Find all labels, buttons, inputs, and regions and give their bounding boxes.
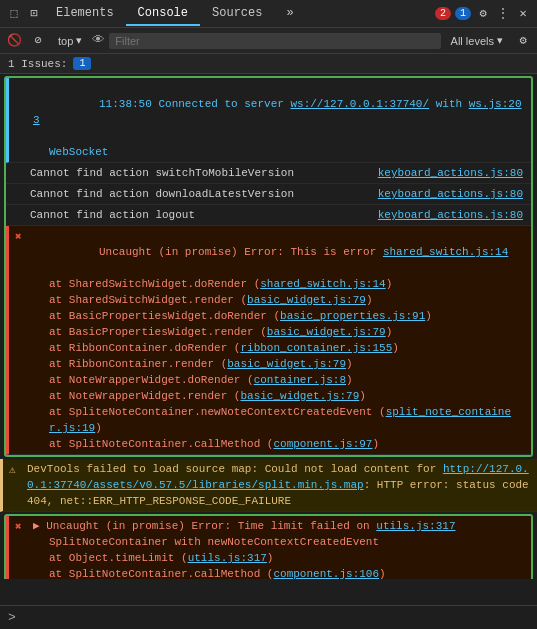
- console-settings-icon[interactable]: ⚙: [515, 33, 531, 49]
- stack1-link9[interactable]: split_note_container.js:19: [49, 406, 511, 434]
- highlighted-group: 11:38:50 Connected to server ws://127.0.…: [4, 76, 533, 457]
- error1-main-link[interactable]: shared_switch.js:14: [383, 246, 508, 258]
- tab-more[interactable]: »: [274, 2, 305, 26]
- warn-icon: ⚠: [9, 462, 16, 478]
- stack1-link8[interactable]: basic_widget.js:79: [240, 390, 359, 402]
- info-badge: 1: [455, 7, 471, 20]
- second-toolbar: 🚫 ⊘ top ▾ 👁 All levels ▾ ⚙: [0, 28, 537, 54]
- device-icon[interactable]: ⊡: [26, 6, 42, 22]
- chevron-down-icon: ▾: [76, 34, 82, 47]
- level-dropdown[interactable]: top ▾: [52, 32, 88, 49]
- clear-console-icon[interactable]: 🚫: [6, 33, 22, 49]
- tab-console[interactable]: Console: [126, 2, 200, 26]
- stack1-link5[interactable]: ribbon_container.js:155: [240, 342, 392, 354]
- console-entry-action1: Cannot find action switchToMobileVersion…: [6, 163, 531, 184]
- issues-tab[interactable]: 1: [73, 57, 91, 70]
- stack1-link10[interactable]: component.js:97: [273, 438, 372, 450]
- error-icon-1: ✖: [15, 229, 22, 245]
- filter-input[interactable]: [109, 33, 440, 49]
- chevron-down-icon-levels: ▾: [497, 34, 503, 47]
- inspect-icon[interactable]: ⬚: [6, 6, 22, 22]
- stack2-link1[interactable]: utils.js:317: [188, 552, 267, 564]
- console-prompt: >: [8, 610, 16, 625]
- stack1-link7[interactable]: container.js:8: [254, 374, 346, 386]
- close-icon[interactable]: ✕: [515, 6, 531, 22]
- error-badge: 2: [435, 7, 451, 20]
- devtools-container: ⬚ ⊡ Elements Console Sources » 2 1 ⚙ ⋮ ✕…: [0, 0, 537, 629]
- stack1-link2[interactable]: basic_widget.js:79: [247, 294, 366, 306]
- action3-link[interactable]: keyboard_actions.js:80: [378, 207, 523, 223]
- more-options-icon[interactable]: ⋮: [495, 6, 511, 22]
- info-text: 11:38:50 Connected to server ws://127.0.…: [33, 80, 523, 144]
- websocket-label: WebSocket: [33, 144, 523, 160]
- stack1-link6[interactable]: basic_widget.js:79: [227, 358, 346, 370]
- action3-text: Cannot find action logout: [30, 209, 195, 221]
- warning-link[interactable]: http://127.0.0.1:37740/assets/v0.57.5/li…: [27, 463, 529, 491]
- pause-icon[interactable]: ⊘: [30, 33, 46, 49]
- error-icon-2: ✖: [15, 519, 22, 535]
- console-entry-error2: ✖ ▶ Uncaught (in promise) Error: Time li…: [6, 516, 531, 579]
- error2-main-link[interactable]: utils.js:317: [376, 520, 455, 532]
- tab-elements[interactable]: Elements: [44, 2, 126, 26]
- console-content: 11:38:50 Connected to server ws://127.0.…: [0, 74, 537, 579]
- stack1-link4[interactable]: basic_widget.js:79: [267, 326, 386, 338]
- console-input-bar: >: [0, 605, 537, 629]
- levels-dropdown[interactable]: All levels ▾: [445, 32, 509, 49]
- stack1-link1[interactable]: shared_switch.js:14: [260, 278, 385, 290]
- tab-sources[interactable]: Sources: [200, 2, 274, 26]
- eye-icon[interactable]: 👁: [92, 33, 105, 48]
- server-link[interactable]: ws://127.0.0.1:37740/: [290, 98, 429, 110]
- console-entry-action3: Cannot find action logout keyboard_actio…: [6, 205, 531, 226]
- action1-link[interactable]: keyboard_actions.js:80: [378, 165, 523, 181]
- console-input[interactable]: [22, 611, 529, 624]
- action1-text: Cannot find action switchToMobileVersion: [30, 167, 294, 179]
- ws-link[interactable]: ws.js:203: [33, 98, 522, 126]
- stack1-link3[interactable]: basic_properties.js:91: [280, 310, 425, 322]
- settings-icon[interactable]: ⚙: [475, 6, 491, 22]
- console-entry-action2: Cannot find action downloadLatestVersion…: [6, 184, 531, 205]
- issues-label: 1 Issues:: [8, 58, 67, 70]
- console-entry-warning: ⚠ DevTools failed to load source map: Co…: [0, 459, 537, 512]
- action2-link[interactable]: keyboard_actions.js:80: [378, 186, 523, 202]
- console-entry-error1: ✖ Uncaught (in promise) Error: This is e…: [6, 226, 531, 455]
- issues-bar: 1 Issues: 1: [0, 54, 537, 74]
- console-entry-info: 11:38:50 Connected to server ws://127.0.…: [6, 78, 531, 163]
- action2-text: Cannot find action downloadLatestVersion: [30, 188, 294, 200]
- highlighted-group-2: ✖ ▶ Uncaught (in promise) Error: Time li…: [4, 514, 533, 579]
- stack2-link2[interactable]: component.js:106: [273, 568, 379, 579]
- top-toolbar: ⬚ ⊡ Elements Console Sources » 2 1 ⚙ ⋮ ✕: [0, 0, 537, 28]
